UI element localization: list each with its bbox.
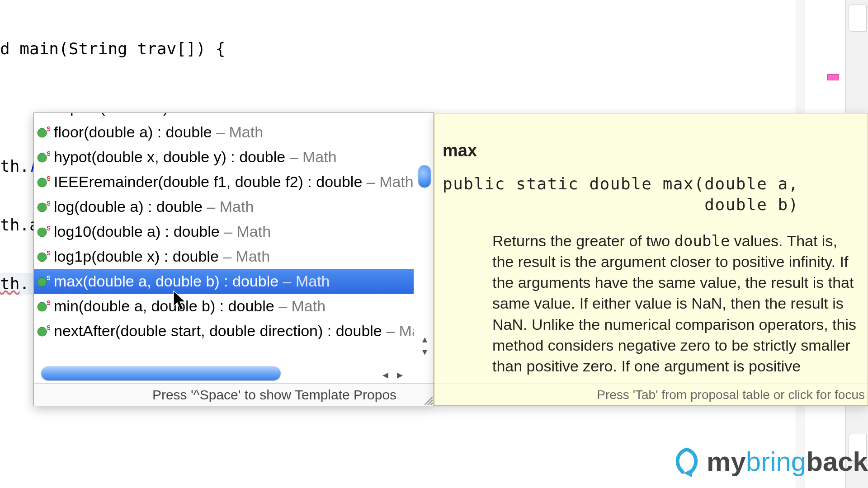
proposal-list[interactable]: Sexpm1(double x) : double – Math Sfloor(…: [34, 113, 414, 359]
svg-point-18: [38, 327, 47, 336]
method-icon: S: [37, 150, 50, 164]
proposal-signature: log1p(double x) : double: [54, 248, 223, 265]
proposal-signature: min(double a, double b) : double: [54, 297, 278, 314]
method-icon: S: [37, 275, 50, 288]
svg-point-16: [38, 302, 47, 311]
scrollbar-thumb[interactable]: [418, 165, 431, 188]
method-icon: S: [37, 113, 50, 114]
proposal-class: – Math: [224, 223, 271, 240]
proposal-item[interactable]: Slog(double a) : double – Math: [34, 194, 414, 219]
proposal-item[interactable]: Smax(double a, double b) : double – Math: [34, 269, 414, 294]
proposal-signature: log(double a) : double: [54, 198, 207, 215]
scroll-down-icon[interactable]: ▾: [420, 347, 429, 357]
proposal-class: – Math: [223, 248, 270, 265]
resize-grip-icon[interactable]: [423, 395, 433, 405]
method-icon: S: [37, 300, 50, 313]
proposal-item[interactable]: Sfloor(double a) : double – Math: [34, 120, 414, 145]
javadoc-popup[interactable]: max public static double max(double a, d…: [434, 113, 868, 406]
proposal-item[interactable]: Shypot(double x, double y) : double – Ma…: [34, 145, 414, 169]
method-icon: S: [37, 324, 50, 338]
svg-point-2: [38, 128, 47, 137]
proposal-signature: expm1(double x) : double: [54, 113, 231, 116]
logo-text: back: [806, 446, 868, 477]
overview-marker[interactable]: [827, 74, 839, 80]
svg-point-10: [38, 228, 47, 237]
scroll-right-icon[interactable]: ▸: [397, 368, 403, 382]
method-icon: S: [37, 225, 50, 239]
method-icon: S: [37, 250, 50, 263]
svg-line-22: [431, 403, 433, 405]
svg-point-14: [38, 277, 47, 286]
proposal-item[interactable]: SIEEEremainder(double f1, double f2) : d…: [34, 169, 414, 194]
svg-text:S: S: [47, 300, 50, 306]
logo-text: my: [707, 446, 746, 477]
svg-text:S: S: [47, 200, 50, 207]
scroll-up-icon[interactable]: ▴: [420, 335, 429, 344]
svg-text:S: S: [47, 150, 50, 157]
horizontal-scrollbar[interactable]: ◂ ▸: [34, 363, 414, 383]
autocomplete-popup: Sexpm1(double x) : double – Math Sfloor(…: [33, 113, 434, 406]
svg-text:S: S: [47, 126, 50, 132]
svg-text:S: S: [47, 250, 50, 257]
watermark-logo: mybringback: [671, 446, 868, 477]
svg-text:S: S: [47, 175, 50, 182]
proposal-class: – Math: [367, 173, 414, 190]
proposal-signature: max(double a, double b) : double: [54, 272, 283, 290]
doc-status-text: Press 'Tab' from proposal table or click…: [434, 384, 868, 405]
method-icon: S: [37, 175, 50, 189]
code-line: d main(String trav[]) {: [0, 39, 226, 58]
proposal-signature: floor(double a) : double: [54, 123, 216, 141]
proposal-signature: hypot(double x, double y) : double: [54, 148, 290, 165]
scroll-left-icon[interactable]: ◂: [382, 368, 388, 382]
proposal-class: – Math: [290, 148, 337, 165]
proposal-signature: log10(double a) : double: [54, 223, 224, 240]
proposal-class: – Math: [278, 297, 326, 314]
doc-description: Returns the greater of two double values…: [443, 230, 859, 377]
scrollbar-track[interactable]: [419, 114, 429, 332]
svg-text:S: S: [47, 225, 50, 232]
doc-title: max: [443, 140, 859, 162]
vertical-scrollbar[interactable]: ▴ ▾: [415, 113, 434, 359]
scrollbar-thumb[interactable]: [41, 366, 281, 380]
popup-status-text: Press '^Space' to show Template Propos: [34, 383, 434, 406]
tool-button[interactable]: [849, 5, 867, 32]
svg-point-4: [38, 153, 47, 162]
proposal-signature: IEEEremainder(double f1, double f2) : do…: [54, 173, 367, 190]
proposal-item[interactable]: Sexpm1(double x) : double – Math: [34, 113, 414, 120]
doc-signature: public static double max(double a, doubl…: [443, 174, 859, 215]
svg-text:S: S: [47, 324, 50, 331]
method-icon: S: [37, 200, 50, 214]
proposal-class: – Math: [283, 272, 330, 290]
svg-text:S: S: [47, 275, 50, 282]
proposal-class: – Math: [216, 123, 263, 141]
logo-text: bring: [746, 446, 806, 477]
svg-point-12: [38, 253, 47, 262]
proposal-class: – Math: [231, 113, 278, 116]
proposal-class: – Math: [207, 198, 254, 215]
proposal-signature: nextAfter(double start, double direction…: [54, 322, 386, 339]
proposal-class: – Math: [386, 322, 414, 339]
method-icon: S: [37, 126, 50, 139]
svg-marker-23: [684, 469, 692, 477]
proposal-item[interactable]: Smin(double a, double b) : double – Math: [34, 294, 414, 319]
proposal-item[interactable]: Slog1p(double x) : double – Math: [34, 244, 414, 269]
proposal-item[interactable]: SnextAfter(double start, double directio…: [34, 319, 414, 343]
logo-mark-icon: [671, 446, 702, 477]
svg-point-8: [38, 203, 47, 212]
svg-point-6: [38, 178, 47, 187]
proposal-item[interactable]: Slog10(double a) : double – Math: [34, 219, 414, 244]
